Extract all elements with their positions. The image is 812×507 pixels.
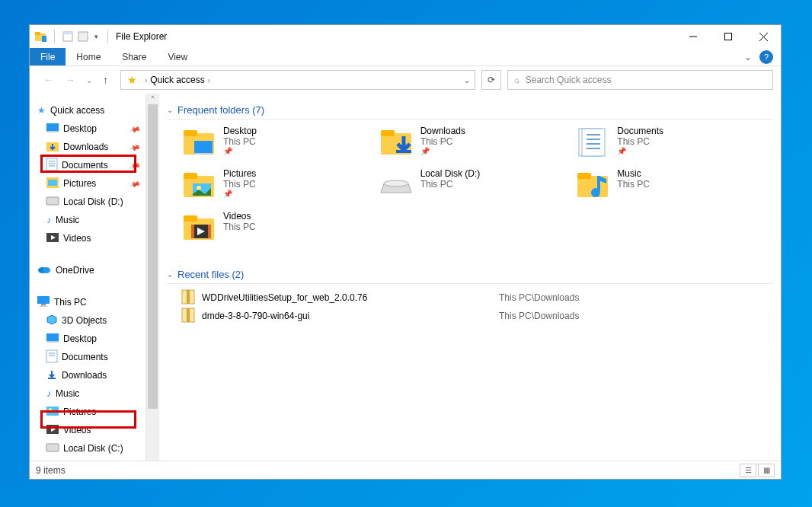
tree-pc-pictures[interactable]: Pictures bbox=[30, 403, 145, 421]
crumb-location[interactable]: Quick access bbox=[150, 75, 204, 85]
tab-view[interactable]: View bbox=[157, 48, 198, 65]
scroll-thumb[interactable] bbox=[148, 104, 158, 409]
minimize-button[interactable] bbox=[676, 25, 711, 48]
tree-videos[interactable]: Videos bbox=[30, 229, 145, 247]
tree-music[interactable]: ♪ Music bbox=[30, 211, 145, 229]
music-icon: ♪ bbox=[46, 388, 51, 399]
tree-this-pc[interactable]: This PC bbox=[30, 293, 145, 311]
tree-pc-documents[interactable]: Documents bbox=[30, 348, 145, 366]
ribbon-collapse-icon[interactable]: ⌄ bbox=[737, 48, 759, 65]
help-button[interactable]: ? bbox=[759, 50, 773, 64]
view-details-button[interactable]: ☰ bbox=[740, 464, 756, 477]
svg-rect-40 bbox=[184, 130, 197, 136]
navigation-tree: ★ Quick access Desktop 📌 Downloads 📌 Doc… bbox=[30, 94, 145, 461]
drive-icon bbox=[379, 168, 413, 202]
tree-label: Quick access bbox=[50, 105, 104, 116]
folder-name: Documents bbox=[617, 126, 663, 136]
svg-rect-28 bbox=[46, 333, 59, 341]
pin-icon: 📌 bbox=[223, 147, 257, 155]
tree-downloads[interactable]: Downloads 📌 bbox=[30, 138, 145, 156]
svg-rect-13 bbox=[46, 158, 57, 171]
pictures-icon bbox=[182, 168, 216, 202]
tree-pictures[interactable]: Pictures 📌 bbox=[30, 174, 145, 193]
view-icons-button[interactable]: ▦ bbox=[758, 464, 775, 477]
svg-rect-41 bbox=[194, 141, 213, 153]
qat-newfolder-icon[interactable] bbox=[76, 30, 90, 43]
nav-up-icon[interactable]: ↑ bbox=[103, 74, 108, 86]
file-row[interactable]: dmde-3-8-0-790-win64-guiThis PC\Download… bbox=[182, 307, 758, 325]
tab-home[interactable]: Home bbox=[66, 48, 111, 65]
section-recent-files[interactable]: ⌄ Recent files (2) bbox=[167, 266, 773, 284]
folder-name: Local Disk (D:) bbox=[420, 168, 481, 179]
tree-label: 3D Objects bbox=[62, 315, 107, 326]
tree-scrollbar[interactable]: ˄ bbox=[145, 94, 159, 461]
tree-quick-access[interactable]: ★ Quick access bbox=[30, 101, 145, 120]
tree-label: Pictures bbox=[63, 407, 96, 417]
svg-rect-1 bbox=[35, 32, 40, 35]
section-title: Recent files (2) bbox=[177, 269, 244, 280]
folder-tile-pictures[interactable]: PicturesThis PC📌 bbox=[182, 168, 364, 208]
svg-rect-4 bbox=[63, 32, 72, 34]
svg-rect-60 bbox=[184, 215, 197, 222]
tree-label: Local Disk (C:) bbox=[63, 443, 123, 454]
folder-tile-downloads[interactable]: DownloadsThis PC📌 bbox=[379, 126, 561, 165]
documents-icon bbox=[46, 158, 57, 173]
folder-tile-music[interactable]: MusicThis PC bbox=[576, 168, 758, 208]
svg-rect-62 bbox=[191, 225, 194, 238]
content-pane: ⌄ Frequent folders (7) DesktopThis PC📌Do… bbox=[159, 94, 781, 461]
tree-documents[interactable]: Documents 📌 bbox=[30, 156, 145, 174]
folder-tile-drive[interactable]: Local Disk (D:)This PC bbox=[379, 168, 561, 208]
tree-label: Music bbox=[56, 388, 79, 399]
svg-rect-42 bbox=[194, 153, 213, 155]
tree-3d-objects[interactable]: 3D Objects bbox=[30, 311, 145, 330]
status-text: 9 items bbox=[36, 465, 66, 476]
section-frequent-folders[interactable]: ⌄ Frequent folders (7) bbox=[167, 101, 773, 120]
svg-rect-34 bbox=[46, 407, 59, 416]
address-dropdown-icon[interactable]: ⌄ bbox=[464, 76, 470, 84]
address-bar[interactable]: ★ › Quick access › ⌄ bbox=[120, 70, 475, 90]
folder-sub: This PC bbox=[617, 136, 663, 147]
tree-local-disk-d[interactable]: Local Disk (D:) bbox=[30, 193, 145, 211]
refresh-button[interactable]: ⟳ bbox=[481, 70, 501, 90]
tree-desktop[interactable]: Desktop 📌 bbox=[30, 120, 145, 138]
tree-pc-downloads[interactable]: Downloads bbox=[30, 366, 145, 384]
svg-rect-10 bbox=[46, 123, 59, 131]
tree-pc-desktop[interactable]: Desktop bbox=[30, 330, 145, 348]
search-box[interactable]: ⌕ Search Quick access bbox=[507, 70, 773, 90]
explorer-icon bbox=[34, 30, 48, 43]
tree-label: Downloads bbox=[63, 142, 108, 152]
nav-back-icon[interactable]: ← bbox=[43, 74, 54, 86]
tree-pc-videos[interactable]: Videos bbox=[30, 421, 145, 439]
chevron-down-icon: ⌄ bbox=[167, 106, 173, 114]
svg-rect-25 bbox=[41, 304, 46, 305]
svg-rect-19 bbox=[46, 197, 59, 205]
qat-properties-icon[interactable] bbox=[61, 30, 75, 43]
pc-icon bbox=[37, 296, 50, 309]
videos-icon bbox=[46, 425, 59, 436]
nav-recent-icon[interactable]: ⌄ bbox=[86, 76, 92, 84]
tree-local-disk-c[interactable]: Local Disk (C:) bbox=[30, 439, 145, 458]
pin-icon: 📌 bbox=[617, 147, 663, 155]
tree-label: Desktop bbox=[63, 333, 97, 344]
downloads-icon bbox=[46, 141, 59, 154]
folder-sub: This PC bbox=[617, 179, 650, 190]
file-row[interactable]: WDDriveUtilitiesSetup_for_web_2.0.0.76Th… bbox=[182, 289, 758, 307]
folder-tile-desktop[interactable]: DesktopThis PC📌 bbox=[182, 126, 364, 165]
videos-icon bbox=[182, 211, 216, 244]
scroll-up-icon[interactable]: ˄ bbox=[146, 95, 159, 104]
file-name: WDDriveUtilitiesSetup_for_web_2.0.0.76 bbox=[202, 292, 491, 303]
tree-pc-music[interactable]: ♪ Music bbox=[30, 384, 145, 403]
pin-icon: 📌 bbox=[223, 190, 256, 198]
nav-forward-icon[interactable]: → bbox=[65, 74, 75, 86]
folder-tile-documents[interactable]: DocumentsThis PC📌 bbox=[576, 126, 758, 165]
file-explorer-window: ▾ File Explorer File Home Share View ⌄ ?… bbox=[29, 24, 782, 480]
tree-onedrive[interactable]: OneDrive bbox=[30, 261, 145, 279]
separator bbox=[54, 30, 55, 43]
tab-file[interactable]: File bbox=[30, 48, 66, 65]
folder-tile-videos[interactable]: VideosThis PC bbox=[182, 211, 364, 250]
maximize-button[interactable] bbox=[711, 25, 746, 48]
qat-dropdown-icon[interactable]: ▾ bbox=[91, 33, 101, 40]
pictures-icon bbox=[46, 407, 59, 418]
tab-share[interactable]: Share bbox=[111, 48, 157, 65]
close-button[interactable] bbox=[746, 25, 781, 48]
